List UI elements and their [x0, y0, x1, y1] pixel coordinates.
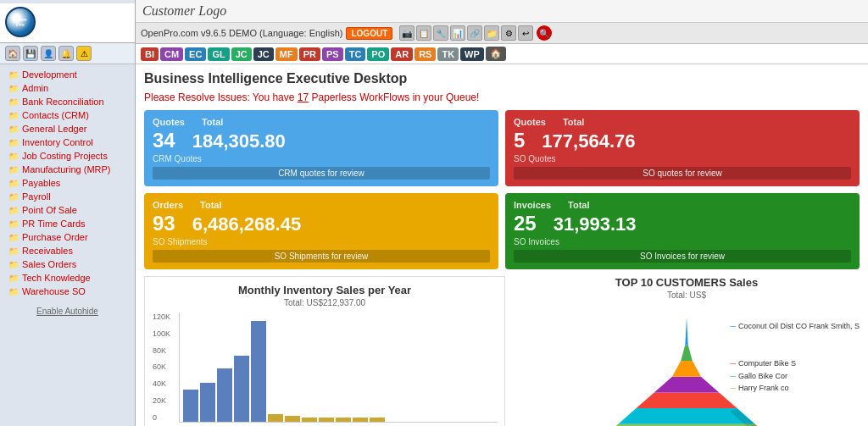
toolbar-icons: 📷 📋 🔧 📊 🔗 📁 ⚙ ↩	[399, 25, 533, 41]
module-mf[interactable]: MF	[275, 47, 298, 61]
kpi-inv-footer[interactable]: SO Invoices for review	[514, 250, 851, 263]
kpi-card-crm-quotes[interactable]: Quotes Total 34 184,305.80 CRM Quotes CR…	[144, 110, 498, 186]
module-jc1[interactable]: JC	[231, 47, 252, 61]
enable-autohide-link[interactable]: Enable Autohide	[0, 302, 135, 321]
sidebar-item-receivables[interactable]: 📁 Receivables	[0, 244, 135, 257]
sidebar-item-purchase-order[interactable]: 📁 Purchase Order	[0, 230, 135, 244]
module-pr[interactable]: PR	[299, 47, 320, 61]
page-content: Business Intelligence Executive Desktop …	[136, 64, 868, 426]
module-bi[interactable]: BI	[141, 47, 159, 61]
bar-Nov	[353, 418, 368, 422]
folder-icon: 📁	[8, 260, 19, 269]
folder-icon: 📁	[8, 274, 19, 283]
folder-icon: 📁	[8, 165, 19, 174]
page-title: Business Intelligence Executive Desktop	[144, 71, 860, 86]
sidebar-item-manufacturing[interactable]: 📁 Manufacturing (MRP)	[0, 163, 135, 176]
toolbar-icon-8[interactable]: ↩	[518, 25, 533, 41]
kpi-so-total-label: Total	[563, 117, 584, 127]
legend-item-7: ─ Harry Frank co	[731, 382, 860, 394]
bar-chart-title: Monthly Inventory Sales per Year	[152, 284, 498, 296]
warning-icon-btn[interactable]: ⚠	[76, 46, 92, 61]
save-icon-btn[interactable]: 💾	[23, 46, 38, 61]
alert-message: Please Resolve Issues: You have 17 Paper…	[144, 91, 860, 103]
module-ec[interactable]: EC	[185, 47, 206, 61]
bar-chart-subtitle: Total: US$212,937.00	[152, 298, 498, 307]
kpi-ship-footer[interactable]: SO Shipments for review	[153, 250, 490, 263]
kpi-so-total: 177,564.76	[542, 130, 635, 152]
bell-icon-btn[interactable]: 🔔	[58, 46, 74, 61]
module-ps[interactable]: PS	[322, 47, 343, 61]
legend-item-1: ─ Coconut Oil Dist CO Frank Smith, S	[731, 320, 860, 332]
kpi-inv-sub: SO Invoices	[514, 237, 851, 246]
user-icon-btn[interactable]: 👤	[41, 46, 56, 61]
toolbar-icon-1[interactable]: 📷	[399, 25, 415, 41]
y-axis-labels: 120K100K80K60K40K20K0	[153, 313, 170, 422]
module-tk[interactable]: TK	[437, 47, 459, 61]
bar-May	[251, 321, 266, 422]
openpro-logo[interactable]: OpenPro	[5, 7, 36, 37]
module-home[interactable]: 🏠	[486, 47, 506, 61]
customer-logo: Customer Logo	[142, 3, 226, 19]
kpi-card-so-shipments[interactable]: Orders Total 93 6,486,268.45 SO Shipment…	[144, 193, 498, 269]
home-icon-btn[interactable]: 🏠	[5, 46, 20, 61]
bar-Jul	[285, 416, 300, 422]
svg-marker-3	[654, 377, 720, 393]
toolbar-icon-5[interactable]: 🔗	[467, 25, 482, 41]
alert-link[interactable]: 17	[298, 91, 309, 103]
sidebar-item-point-of-sale[interactable]: 📁 Point Of Sale	[0, 203, 135, 217]
folder-icon: 📁	[8, 84, 19, 93]
sidebar-item-warehouse-so[interactable]: 📁 Warehouse SO	[0, 285, 135, 298]
legend-label-5: Computer Bike S	[738, 357, 796, 369]
kpi-crm-footer[interactable]: CRM quotes for review	[153, 167, 490, 180]
module-jc2[interactable]: JC	[253, 47, 274, 61]
legend-item-6: ─ Gallo Bike Cor	[731, 370, 860, 382]
sidebar-item-sales-orders[interactable]: 📁 Sales Orders	[0, 257, 135, 271]
kpi-card-so-invoices[interactable]: Invoices Total 25 31,993.13 SO Invoices …	[505, 193, 860, 269]
toolbar-icon-6[interactable]: 📁	[484, 25, 499, 41]
module-gl[interactable]: GL	[208, 47, 229, 61]
toolbar-icon-7[interactable]: ⚙	[501, 25, 516, 41]
sidebar-item-general-ledger[interactable]: 📁 General Ledger	[0, 122, 135, 136]
module-cm[interactable]: CM	[160, 47, 183, 61]
module-wp[interactable]: WP	[460, 47, 484, 61]
sidebar-item-bank-reconciliation[interactable]: 📁 Bank Reconciliation	[0, 95, 135, 108]
sidebar-item-payroll[interactable]: 📁 Payroll	[0, 190, 135, 203]
toolbar-icon-4[interactable]: 📊	[450, 25, 465, 41]
folder-icon: 📁	[8, 152, 19, 161]
sidebar-item-tech-knowledge[interactable]: 📁 Tech Knowledge	[0, 271, 135, 285]
folder-icon: 📁	[8, 192, 19, 202]
sidebar-item-payables[interactable]: 📁 Payables	[0, 176, 135, 190]
kpi-ship-sub: SO Shipments	[153, 237, 490, 246]
sidebar-item-development[interactable]: 📁 Development	[0, 68, 135, 81]
module-tc[interactable]: TC	[345, 47, 366, 61]
folder-icon: 📁	[8, 111, 19, 120]
toolbar-icon-3[interactable]: 🔧	[433, 25, 448, 41]
sidebar-item-admin[interactable]: 📁 Admin	[0, 81, 135, 95]
kpi-so-quotes-label: Quotes	[514, 117, 546, 127]
module-po[interactable]: PO	[367, 47, 389, 61]
bar-Oct	[336, 418, 351, 422]
sidebar-logo-area: OpenPro	[0, 3, 135, 43]
kpi-so-count: 5	[514, 129, 525, 152]
svg-marker-4	[672, 361, 701, 377]
sidebar-item-job-costing[interactable]: 📁 Job Costing Projects	[0, 149, 135, 163]
kpi-card-so-quotes[interactable]: Quotes Total 5 177,564.76 SO Quotes SO q…	[505, 110, 860, 186]
sidebar-item-inventory-control[interactable]: 📁 Inventory Control	[0, 136, 135, 149]
sidebar-item-pr-time-cards[interactable]: 📁 PR Time Cards	[0, 217, 135, 230]
folder-icon: 📁	[8, 179, 19, 188]
kpi-crm-sub: CRM Quotes	[153, 154, 490, 163]
bar-chart-container: Monthly Inventory Sales per Year Total: …	[144, 276, 505, 426]
bar-Mar	[217, 368, 232, 422]
logout-button[interactable]: LOGOUT	[346, 27, 392, 40]
charts-row: Monthly Inventory Sales per Year Total: …	[144, 276, 860, 426]
search-button[interactable]: 🔍	[537, 25, 552, 41]
folder-icon: 📁	[8, 97, 19, 107]
toolbar-icon-2[interactable]: 📋	[416, 25, 431, 41]
folder-icon: 📁	[8, 287, 19, 296]
sidebar-item-contacts-crm[interactable]: 📁 Contacts (CRM)	[0, 108, 135, 122]
kpi-invoices-label: Invoices	[514, 200, 551, 210]
module-ar[interactable]: AR	[391, 47, 413, 61]
kpi-so-footer[interactable]: SO quotes for review	[514, 167, 851, 180]
sidebar-nav: 📁 Development 📁 Admin 📁 Bank Reconciliat…	[0, 64, 135, 302]
module-rs[interactable]: RS	[415, 47, 436, 61]
